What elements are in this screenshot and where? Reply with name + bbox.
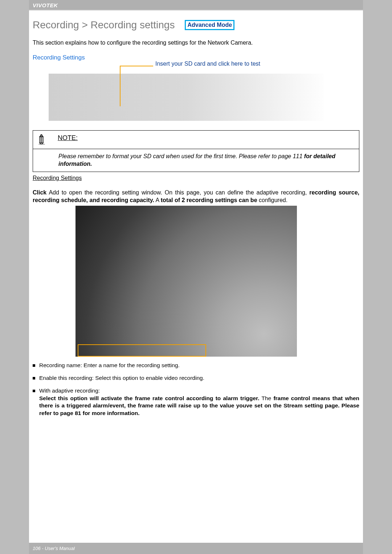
note-title: NOTE: bbox=[58, 134, 78, 142]
bullet-list: Recording name: Enter a name for the rec… bbox=[33, 362, 359, 418]
recording-settings-link[interactable]: Recording Settings bbox=[33, 54, 359, 61]
page-footer: 106 - User's Manual bbox=[29, 543, 363, 554]
page-content: Recording > Recording settings Advanced … bbox=[29, 19, 363, 437]
para-text-2: A bbox=[154, 197, 161, 203]
para-bold-3: total of 2 recording settings can be bbox=[161, 197, 257, 203]
highlight-rectangle bbox=[78, 344, 206, 357]
brand-header: VIVOTEK bbox=[29, 0, 363, 10]
intro-text: This section explains how to configure t… bbox=[33, 40, 359, 46]
note-header: NOTE: bbox=[33, 131, 359, 149]
bullet-recording-name: Recording name: Enter a name for the rec… bbox=[33, 362, 359, 369]
note-box: NOTE: Please remember to format your SD … bbox=[33, 130, 359, 172]
callout-horizontal-line bbox=[120, 66, 153, 66]
sd-test-link[interactable]: Insert your SD card and click here to te… bbox=[155, 61, 359, 67]
document-page: VIVOTEK Recording > Recording settings A… bbox=[29, 0, 363, 554]
para-bold-click: Click bbox=[33, 189, 46, 196]
screenshot-placeholder-main bbox=[75, 206, 297, 357]
bullet3-plain1: The bbox=[260, 395, 274, 401]
brand-text: VIVOTEK bbox=[33, 2, 58, 8]
title-row: Recording > Recording settings Advanced … bbox=[33, 19, 359, 31]
note-body-text: Please remember to format your SD card w… bbox=[58, 153, 304, 159]
header-divider bbox=[29, 10, 363, 11]
page-title: Recording > Recording settings bbox=[33, 19, 175, 31]
note-body: Please remember to format your SD card w… bbox=[33, 149, 359, 172]
pencil-icon bbox=[38, 134, 48, 144]
recording-settings-heading: Recording Settings bbox=[33, 175, 359, 181]
bullet3-lead: With adaptive recording: bbox=[39, 387, 100, 394]
bullet-enable-recording: Enable this recording: Select this optio… bbox=[33, 374, 359, 382]
footer-text: 106 - User's Manual bbox=[33, 546, 75, 551]
screenshot-placeholder-top bbox=[49, 74, 324, 121]
bullet-adaptive-recording: With adaptive recording: Select this opt… bbox=[33, 387, 359, 418]
main-paragraph: Click Add to open the recording setting … bbox=[33, 189, 359, 204]
para-text-1: Add to open the recording setting window… bbox=[46, 189, 309, 196]
screenshot-gradient bbox=[75, 206, 297, 357]
bullet3-bold1: Select this option will activate the fra… bbox=[39, 395, 260, 401]
advanced-mode-badge: Advanced Mode bbox=[185, 20, 234, 30]
para-text-3: configured. bbox=[257, 197, 288, 203]
callout-vertical-line bbox=[120, 66, 121, 106]
